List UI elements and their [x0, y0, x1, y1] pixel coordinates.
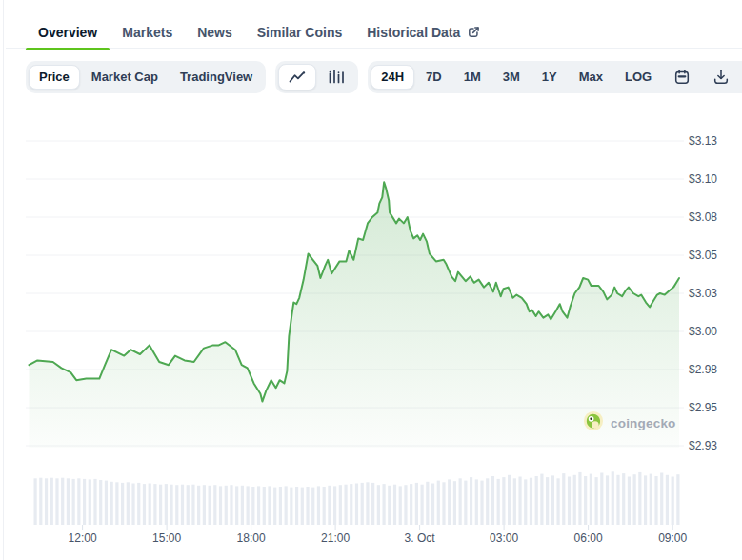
- x-axis-label: 03:00: [490, 531, 518, 545]
- volume-bar: [638, 472, 641, 525]
- volume-bar: [311, 488, 314, 525]
- volume-bar: [551, 475, 554, 525]
- volume-bar: [470, 477, 472, 525]
- volume-bar: [110, 482, 113, 525]
- volume-bar: [279, 487, 282, 525]
- volume-bar: [644, 475, 647, 525]
- volume-bar: [350, 484, 352, 525]
- x-axis-label: 21:00: [321, 531, 350, 545]
- volume-bar: [464, 481, 467, 525]
- volume-bar: [77, 478, 80, 525]
- volume-bar: [676, 474, 679, 525]
- volume-bar: [219, 486, 222, 525]
- volume-bar: [99, 480, 102, 525]
- price-area: [30, 182, 680, 448]
- volume-bar: [208, 486, 211, 525]
- volume-bar: [137, 483, 140, 525]
- volume-bar: [426, 482, 429, 525]
- volume-bar: [67, 478, 70, 525]
- volume-bar: [263, 487, 266, 525]
- volume-bar: [285, 486, 288, 525]
- volume-bar: [213, 485, 216, 525]
- price-chart[interactable]: $3.13$3.10$3.08$3.05$3.03$3.00$2.98$2.95…: [0, 0, 742, 560]
- volume-bar: [590, 474, 592, 525]
- volume-bar: [225, 486, 228, 525]
- volume-bar: [530, 478, 532, 525]
- volume-bar: [72, 479, 75, 525]
- volume-bar: [459, 478, 462, 525]
- volume-bar: [518, 477, 521, 526]
- coingecko-watermark: coingecko: [583, 410, 676, 435]
- volume-bar: [191, 485, 194, 525]
- x-axis-label: 06:00: [574, 531, 603, 545]
- volume-bar: [442, 482, 445, 525]
- volume-bar: [437, 481, 440, 525]
- volume-bar: [89, 479, 91, 525]
- x-axis-label: 12:00: [69, 531, 97, 545]
- volume-bar: [578, 472, 581, 525]
- volume-bar: [404, 485, 407, 525]
- volume-bar: [361, 483, 364, 525]
- x-axis-label: 15:00: [152, 531, 181, 545]
- volume-bar: [573, 475, 576, 525]
- x-axis-label: 09:00: [658, 531, 687, 545]
- volume-bar: [600, 473, 603, 526]
- volume-bar: [382, 484, 385, 525]
- volume-bar: [654, 476, 657, 525]
- volume-bar: [666, 475, 669, 525]
- volume-bar: [524, 479, 527, 525]
- y-axis-label: $2.98: [689, 363, 717, 376]
- volume-bar: [197, 486, 200, 525]
- volume-bar: [175, 485, 178, 525]
- volume-bar: [328, 486, 331, 525]
- volume-bar: [480, 481, 483, 525]
- y-axis-label: $3.08: [689, 210, 717, 224]
- volume-bar: [159, 485, 162, 525]
- volume-bar: [295, 487, 298, 525]
- y-axis-label: $3.00: [689, 325, 717, 338]
- volume-bar: [377, 485, 380, 525]
- volume-bar: [170, 485, 172, 525]
- volume-bar: [616, 475, 619, 525]
- volume-bar: [339, 485, 342, 525]
- volume-bar: [187, 485, 190, 525]
- volume-bar: [55, 478, 58, 525]
- volume-bar: [410, 484, 412, 525]
- coingecko-watermark-text: coingecko: [611, 416, 676, 430]
- volume-bar: [39, 478, 42, 525]
- volume-bar: [371, 483, 374, 525]
- volume-bar: [203, 485, 206, 525]
- volume-bar: [628, 477, 631, 526]
- volume-bar: [323, 487, 326, 525]
- volume-bar: [540, 474, 543, 525]
- y-axis-label: $3.13: [689, 134, 717, 148]
- volume-bar: [230, 485, 232, 525]
- volume-bar: [344, 485, 347, 525]
- volume-bar: [268, 486, 271, 525]
- volume-bar: [235, 486, 238, 525]
- volume-bar: [257, 486, 260, 525]
- volume-bar: [486, 478, 489, 525]
- volume-bar: [34, 478, 37, 525]
- volume-bar: [355, 484, 358, 526]
- volume-bar: [513, 478, 516, 525]
- volume-bar: [83, 479, 86, 525]
- y-axis-label: $2.93: [689, 439, 717, 452]
- volume-bar: [502, 477, 505, 525]
- volume-bar: [251, 487, 254, 525]
- volume-bar: [431, 484, 434, 526]
- volume-bar: [453, 481, 456, 525]
- y-axis-label: $3.10: [689, 172, 717, 186]
- volume-bar: [497, 479, 500, 525]
- volume-bar: [149, 484, 151, 526]
- volume-bar: [153, 484, 156, 525]
- y-axis-label: $3.05: [689, 249, 717, 262]
- volume-bar: [556, 478, 559, 525]
- volume-bar: [247, 486, 250, 525]
- volume-bar: [660, 473, 663, 526]
- y-axis-label: $2.95: [689, 401, 717, 414]
- volume-bar: [606, 475, 609, 525]
- volume-bar: [181, 485, 184, 525]
- volume-bar: [131, 484, 134, 526]
- coingecko-gecko-icon: [583, 410, 604, 435]
